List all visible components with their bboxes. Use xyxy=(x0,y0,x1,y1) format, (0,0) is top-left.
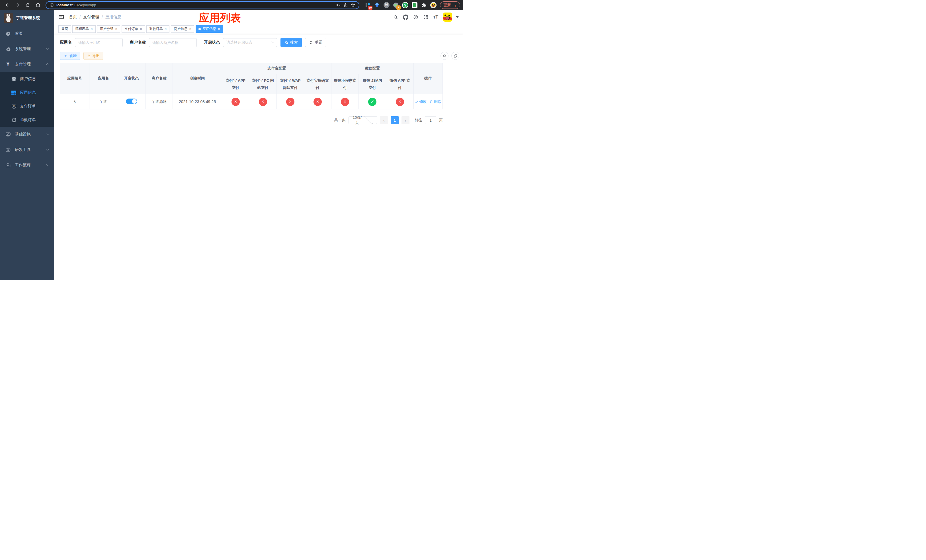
goto-page-input[interactable] xyxy=(425,116,436,124)
status-select[interactable]: 请选择开启状态 xyxy=(223,38,277,47)
extension-notes-icon[interactable] xyxy=(412,2,418,8)
cell-app-name: 芋道 xyxy=(89,94,117,109)
yen-icon: ¥ xyxy=(5,62,11,67)
app-name-input[interactable] xyxy=(75,38,123,47)
sidebar-item-system[interactable]: 系统管理 xyxy=(0,41,54,57)
tab-user-group[interactable]: 用户分组× xyxy=(97,25,121,33)
sidebar-item-merchant-info[interactable]: 商户信息 xyxy=(0,72,54,86)
document-icon xyxy=(11,118,16,123)
sidebar-collapse-icon[interactable] xyxy=(58,15,64,20)
extension-blocks-icon[interactable]: 10 xyxy=(365,2,371,8)
share-icon[interactable] xyxy=(343,3,348,8)
table-row: 6 芋道 芋道源码 2021-10-23 08:49:25 × × × × × … xyxy=(60,94,443,109)
extensions-puzzle-icon[interactable] xyxy=(421,2,427,8)
delete-link[interactable]: 删除 xyxy=(430,99,441,104)
close-icon[interactable]: × xyxy=(115,27,118,31)
sidebar-item-infrastructure[interactable]: 基础设施 xyxy=(0,127,54,142)
page-content: 应用名 商户名称 开启状态 请选择开启状态 搜索 重置 xyxy=(54,34,463,280)
sidebar-item-label: 首页 xyxy=(15,31,23,36)
tab-refund-orders[interactable]: 退款订单× xyxy=(146,25,170,33)
tab-app-info[interactable]: 应用信息× xyxy=(196,25,223,33)
total-count: 共 1 条 xyxy=(334,118,346,123)
help-icon[interactable] xyxy=(413,15,418,20)
tab-process-form[interactable]: 流程表单× xyxy=(72,25,96,33)
merchant-name-label: 商户名称 xyxy=(130,40,146,45)
github-icon[interactable] xyxy=(403,15,409,20)
close-icon[interactable]: × xyxy=(218,27,220,31)
avatar-caret-icon[interactable] xyxy=(456,16,459,18)
tab-home[interactable]: 首页 xyxy=(58,25,71,33)
show-search-button[interactable] xyxy=(440,52,448,60)
page-1-button[interactable]: 1 xyxy=(391,116,399,124)
next-page-button[interactable]: › xyxy=(401,116,410,124)
close-icon[interactable]: × xyxy=(91,27,93,31)
home-icon[interactable] xyxy=(33,1,42,9)
monitor-icon xyxy=(5,132,11,137)
sidebar-item-app-info[interactable]: 应用信息 xyxy=(0,86,54,100)
sidebar-item-pay-orders[interactable]: ¥ 支付订单 xyxy=(0,100,54,113)
sidebar-item-label: 基础设施 xyxy=(15,132,31,137)
site-info-icon[interactable] xyxy=(50,3,54,7)
url-bar[interactable]: localhost:1024/pay/app xyxy=(45,1,359,9)
extension-command-icon[interactable]: ⌘ xyxy=(383,2,390,8)
toolbox-icon xyxy=(5,163,11,168)
sidebar-item-refund-orders[interactable]: 退款订单 xyxy=(0,113,54,127)
extensions-area: 10 ⌘ 1 y xyxy=(363,2,438,8)
user-avatar[interactable] xyxy=(443,12,452,22)
table-grid-icon xyxy=(11,90,16,95)
page-size-select[interactable]: 10条/页 xyxy=(348,116,377,124)
forward-icon[interactable] xyxy=(13,1,22,9)
sidebar-item-workflow[interactable]: 工作流程 xyxy=(0,157,54,173)
reload-icon[interactable] xyxy=(23,1,32,9)
browser-update-menu[interactable]: 更新 ⋮ xyxy=(440,2,460,9)
breadcrumb-home[interactable]: 首页 xyxy=(69,15,77,20)
sidebar-item-payment[interactable]: ¥ 支付管理 xyxy=(0,57,54,72)
sidebar-item-label: 研发工具 xyxy=(15,147,31,152)
reset-button[interactable]: 重置 xyxy=(305,38,326,47)
tab-pay-orders[interactable]: 支付订单× xyxy=(122,25,145,33)
status-alipay-pc: × xyxy=(259,98,267,106)
extension-kite-icon[interactable] xyxy=(374,2,380,8)
cell-created: 2021-10-23 08:49:25 xyxy=(172,94,222,109)
close-icon[interactable]: × xyxy=(189,27,191,31)
chevron-down-icon xyxy=(47,132,49,135)
profile-avatar-icon[interactable] xyxy=(430,2,437,8)
merchant-name-input[interactable] xyxy=(149,38,197,47)
sidebar-item-home[interactable]: 首页 xyxy=(0,26,54,41)
search-icon[interactable] xyxy=(393,15,398,20)
sidebar-item-dev-tools[interactable]: 研发工具 xyxy=(0,142,54,157)
close-icon[interactable]: × xyxy=(165,27,167,31)
app-table: 应用编号 应用名 开启状态 商户名称 创建时间 支付宝配置 微信配置 操作 支付… xyxy=(60,63,443,109)
navbar: 首页 / 支付管理 / 应用信息 应用列表 xyxy=(54,10,463,24)
font-size-icon[interactable]: ᴛT xyxy=(433,15,438,20)
bookmark-star-icon[interactable] xyxy=(351,3,356,8)
export-button[interactable]: 导出 xyxy=(83,52,103,60)
back-icon[interactable] xyxy=(3,1,11,9)
col-alipay-wap: 支付宝 WAP 网站支付 xyxy=(277,74,304,94)
extension-meet-icon[interactable]: 1 xyxy=(393,2,399,8)
enabled-toggle[interactable] xyxy=(126,98,137,104)
tab-merchant-info[interactable]: 商户信息× xyxy=(171,25,194,33)
status-wechat-jsapi: ✓ xyxy=(368,98,377,106)
password-key-icon[interactable] xyxy=(336,3,341,8)
status-alipay-wap: × xyxy=(286,98,294,106)
close-icon[interactable]: × xyxy=(140,27,142,31)
search-button[interactable]: 搜索 xyxy=(280,38,302,47)
breadcrumb-payment[interactable]: 支付管理 xyxy=(83,15,99,20)
cell-app-id: 6 xyxy=(60,94,89,109)
add-button[interactable]: ＋ 新增 xyxy=(60,52,80,60)
fullscreen-icon[interactable] xyxy=(423,15,428,20)
breadcrumb: 首页 / 支付管理 / 应用信息 xyxy=(69,15,121,20)
chevron-down-icon xyxy=(47,47,49,50)
plus-icon: ＋ xyxy=(64,53,68,58)
sidebar-logo[interactable]: 芋道管理系统 xyxy=(0,10,54,26)
status-label: 开启状态 xyxy=(204,40,220,45)
edit-link[interactable]: 修改 xyxy=(415,99,427,104)
extension-y-icon[interactable]: y xyxy=(402,2,409,8)
col-actions: 操作 xyxy=(413,63,442,94)
refresh-button[interactable] xyxy=(451,52,459,60)
status-alipay-qr: × xyxy=(313,98,322,106)
prev-page-button[interactable]: ‹ xyxy=(380,116,388,124)
sidebar-item-label: 系统管理 xyxy=(15,47,31,51)
navbar-actions: ᴛT xyxy=(393,12,459,22)
